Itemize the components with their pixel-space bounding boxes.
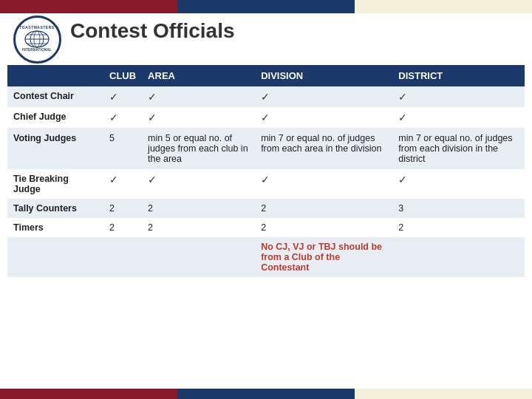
- col-header-district: DISTRICT: [392, 65, 525, 86]
- logo-text-bottom: INTERNATIONAL: [22, 49, 52, 52]
- logo: TOASTMASTERS INTERNATIONAL: [7, 13, 66, 65]
- col-header-club: CLUB: [103, 65, 142, 86]
- bottom-bar-red: [0, 389, 177, 399]
- area-cell: 2: [142, 218, 255, 237]
- area-cell: 2: [142, 199, 255, 218]
- bottom-bar-cream: [355, 389, 532, 399]
- table-row: Tally Counters 2 2 2 3: [7, 199, 525, 218]
- table-header-row: CLUB AREA DIVISION DISTRICT: [7, 65, 525, 86]
- bottom-bar: [0, 389, 532, 399]
- note-district: [392, 237, 525, 277]
- division-cell: 2: [255, 218, 392, 237]
- checkmark-icon: ✓: [109, 174, 118, 185]
- role-label: Tie Breaking Judge: [7, 169, 103, 199]
- checkmark-icon: ✓: [261, 112, 270, 123]
- division-cell: min 7 or equal no. of judges from each a…: [255, 128, 392, 169]
- note-label: [7, 237, 103, 277]
- col-header-role: [7, 65, 103, 86]
- note-text: No CJ, VJ or TBJ should be from a Club o…: [261, 242, 382, 273]
- col-header-division: DIVISION: [255, 65, 392, 86]
- checkmark-icon: ✓: [261, 91, 270, 103]
- checkmark-icon: ✓: [148, 112, 157, 123]
- club-cell: ✓: [103, 169, 142, 199]
- checkmark-icon: ✓: [261, 174, 270, 185]
- table-row: Tie Breaking Judge ✓ ✓ ✓ ✓: [7, 169, 525, 199]
- district-cell: 3: [392, 199, 525, 218]
- club-cell: ✓: [103, 86, 142, 107]
- club-cell: 2: [103, 199, 142, 218]
- top-bar-blue: [177, 0, 355, 13]
- page-title: Contest Officials: [70, 19, 234, 43]
- checkmark-icon: ✓: [109, 91, 118, 103]
- note-area: [142, 237, 255, 277]
- table-row: Contest Chair ✓ ✓ ✓ ✓: [7, 86, 525, 107]
- division-cell: 2: [255, 199, 392, 218]
- checkmark-icon: ✓: [109, 112, 118, 123]
- club-cell: ✓: [103, 107, 142, 128]
- checkmark-icon: ✓: [398, 91, 407, 103]
- district-cell: ✓: [392, 86, 525, 107]
- bottom-bar-blue: [177, 389, 355, 399]
- top-bar-cream: [355, 0, 532, 13]
- logo-circle: TOASTMASTERS INTERNATIONAL: [13, 16, 61, 64]
- division-cell: ✓: [255, 86, 392, 107]
- area-cell: ✓: [142, 107, 255, 128]
- note-row: No CJ, VJ or TBJ should be from a Club o…: [7, 237, 525, 277]
- officials-table: CLUB AREA DIVISION DISTRICT Contest Chai…: [7, 65, 525, 277]
- checkmark-icon: ✓: [398, 112, 407, 123]
- checkmark-icon: ✓: [398, 174, 407, 185]
- note-club: [103, 237, 142, 277]
- club-cell: 5: [103, 128, 142, 169]
- division-cell: ✓: [255, 169, 392, 199]
- note-text-cell: No CJ, VJ or TBJ should be from a Club o…: [255, 237, 392, 277]
- district-cell: min 7 or equal no. of judges from each d…: [392, 128, 525, 169]
- table-row: Chief Judge ✓ ✓ ✓ ✓: [7, 107, 525, 128]
- area-cell: ✓: [142, 169, 255, 199]
- area-cell: ✓: [142, 86, 255, 107]
- table-row: Voting Judges 5 min 5 or equal no. of ju…: [7, 128, 525, 169]
- area-cell: min 5 or equal no. of judges from each c…: [142, 128, 255, 169]
- role-label: Timers: [7, 218, 103, 237]
- checkmark-icon: ✓: [148, 91, 157, 103]
- division-cell: ✓: [255, 107, 392, 128]
- role-label: Chief Judge: [7, 107, 103, 128]
- table-container: CLUB AREA DIVISION DISTRICT Contest Chai…: [7, 65, 525, 381]
- district-cell: ✓: [392, 169, 525, 199]
- table-row: Timers 2 2 2 2: [7, 218, 525, 237]
- role-label: Tally Counters: [7, 199, 103, 218]
- checkmark-icon: ✓: [148, 174, 157, 185]
- club-cell: 2: [103, 218, 142, 237]
- district-cell: ✓: [392, 107, 525, 128]
- role-label: Voting Judges: [7, 128, 103, 169]
- top-bar: [0, 0, 532, 13]
- col-header-area: AREA: [142, 65, 255, 86]
- district-cell: 2: [392, 218, 525, 237]
- logo-globe-icon: [24, 30, 50, 49]
- top-bar-red: [0, 0, 177, 13]
- role-label: Contest Chair: [7, 86, 103, 107]
